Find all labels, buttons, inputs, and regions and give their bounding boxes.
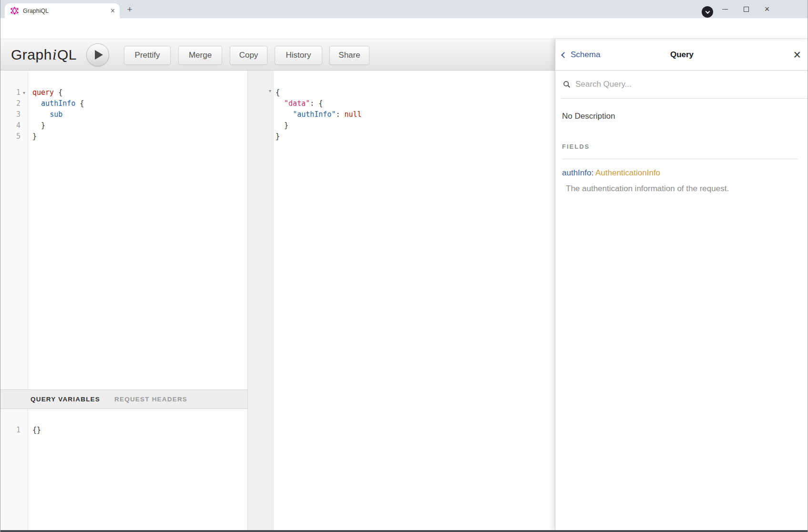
gutter-line: 4 xyxy=(0,120,28,131)
chevron-down-icon xyxy=(705,9,710,14)
fold-gutter-cell xyxy=(20,425,28,436)
field-separator: : xyxy=(591,168,595,177)
line-number-gutter: 1 xyxy=(0,409,28,530)
pane-divider[interactable]: ▾ xyxy=(247,71,274,530)
field-row: authInfo: AuthenticationInfo xyxy=(562,168,798,178)
result-viewer[interactable]: { "data": { "authInfo": null }} xyxy=(274,71,557,530)
merge-button[interactable]: Merge xyxy=(178,46,222,65)
doc-back-label: Schema xyxy=(571,50,600,60)
field-description: The authentication information of the re… xyxy=(562,184,798,194)
chevron-left-icon xyxy=(561,52,567,58)
new-tab-button[interactable]: + xyxy=(124,4,135,15)
line-number: 1 xyxy=(16,425,20,436)
query-editor[interactable]: 1▾2345 query { authInfo { sub }} xyxy=(0,71,247,389)
tab-query-variables[interactable]: QUERY VARIABLES xyxy=(31,396,100,403)
code-line[interactable]: "authInfo": null xyxy=(276,109,557,120)
line-number: 4 xyxy=(16,120,20,131)
doc-back-button[interactable]: Schema xyxy=(562,39,600,71)
close-icon: × xyxy=(765,5,770,13)
graphiql-logo: GraphiQL xyxy=(11,39,77,70)
code-line[interactable]: } xyxy=(32,120,247,131)
variables-code-area[interactable]: {} xyxy=(28,409,247,530)
download-indicator[interactable] xyxy=(702,6,713,18)
doc-explorer-header: Schema Query × xyxy=(555,39,808,71)
fold-gutter-cell xyxy=(20,109,28,120)
prettify-button[interactable]: Prettify xyxy=(124,46,171,65)
gutter-line: 3 xyxy=(0,109,28,120)
history-button[interactable]: History xyxy=(275,46,322,65)
result-fold-arrow-icon[interactable]: ▾ xyxy=(269,88,271,93)
code-line[interactable]: { xyxy=(276,87,557,98)
window-minimize-button[interactable] xyxy=(715,0,735,18)
execute-query-button[interactable] xyxy=(86,43,109,66)
code-line[interactable]: } xyxy=(276,120,557,131)
tab-title: GraphiQL xyxy=(23,8,111,14)
window-maximize-button[interactable] xyxy=(736,0,756,18)
code-line[interactable]: "data": { xyxy=(276,98,557,109)
gutter-line: 1▾ xyxy=(0,87,28,98)
window-bottom-edge xyxy=(0,530,808,532)
field-name-link[interactable]: authInfo xyxy=(562,168,591,177)
code-line[interactable]: query { xyxy=(32,87,247,98)
code-line[interactable]: } xyxy=(32,131,247,142)
minimize-icon xyxy=(722,9,728,10)
line-number: 3 xyxy=(16,109,20,120)
maximize-icon xyxy=(744,7,749,12)
browser-window: GraphiQL × + × ← → localhost:3000/graphq… xyxy=(0,0,808,532)
field-type-link[interactable]: AuthenticationInfo xyxy=(595,168,660,177)
fold-gutter-cell xyxy=(20,98,28,109)
doc-search-row xyxy=(561,71,808,99)
play-icon xyxy=(95,50,103,60)
doc-close-button[interactable]: × xyxy=(793,39,801,71)
code-line[interactable]: sub xyxy=(32,109,247,120)
doc-explorer-body: No Description FIELDS authInfo: Authenti… xyxy=(555,112,808,194)
line-number: 5 xyxy=(16,131,20,142)
tab-request-headers[interactable]: REQUEST HEADERS xyxy=(114,396,187,403)
browser-tab[interactable]: GraphiQL × xyxy=(5,3,120,18)
doc-explorer-panel: Schema Query × No Description FIELDS aut… xyxy=(555,39,808,530)
search-icon xyxy=(563,81,571,88)
code-line[interactable]: authInfo { xyxy=(32,98,247,109)
fields-heading: FIELDS xyxy=(562,143,798,159)
gutter-line: 5 xyxy=(0,131,28,142)
line-number: 1 xyxy=(16,87,20,98)
share-button[interactable]: Share xyxy=(329,46,369,65)
graphql-favicon-icon xyxy=(10,7,19,15)
fold-gutter-cell xyxy=(20,120,28,131)
gutter-line: 2 xyxy=(0,98,28,109)
line-number-gutter: 1▾2345 xyxy=(0,71,28,389)
line-number: 2 xyxy=(16,98,20,109)
code-line[interactable]: {} xyxy=(32,425,247,436)
type-description: No Description xyxy=(562,112,798,121)
doc-search-input[interactable] xyxy=(575,80,776,89)
fold-arrow-icon[interactable]: ▾ xyxy=(20,87,28,98)
code-line[interactable]: } xyxy=(276,131,557,142)
browser-navbar: ← → localhost:3000/graphql ☆ xyxy=(0,18,808,39)
fold-gutter-cell xyxy=(20,131,28,142)
variables-tab-bar: QUERY VARIABLES REQUEST HEADERS xyxy=(0,389,247,409)
window-close-button[interactable]: × xyxy=(757,0,777,18)
result-code-area: { "data": { "authInfo": null }} xyxy=(274,71,557,530)
variables-editor[interactable]: 1 {} xyxy=(0,409,247,530)
gutter-line: 1 xyxy=(0,425,28,436)
query-code-area[interactable]: query { authInfo { sub }} xyxy=(28,71,247,389)
browser-titlebar: GraphiQL × + × xyxy=(0,0,808,18)
tab-close-icon[interactable]: × xyxy=(111,7,115,15)
copy-button[interactable]: Copy xyxy=(230,46,267,65)
